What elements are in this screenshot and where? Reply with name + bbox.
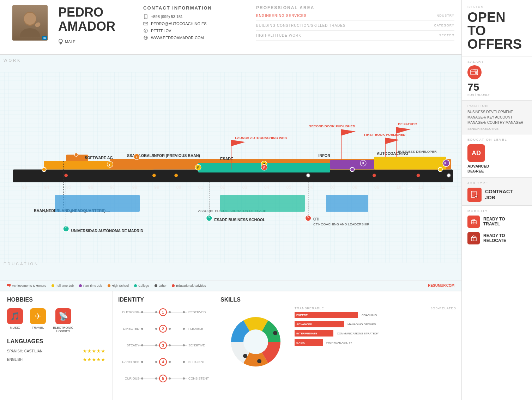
skills-chart [220,307,291,388]
sector-row: HIGH-ALTITUDE WORK SECTOR [256,34,454,41]
status-label: STATUS [467,5,527,9]
legend-parttime: Part-time Job [79,284,102,287]
skill-bar-advanced: ADVANCED [295,321,344,327]
legend-bar: Achievements & Honors Full-time Job Part… [0,280,461,291]
category-type: CATEGORY [434,24,454,28]
svg-text:95: 95 [66,184,71,190]
svg-point-66 [307,174,310,177]
education-level-label: EDUCATION LEVEL [467,138,527,141]
fulltime-dot [52,284,54,287]
identity-num-1: 1 [159,308,167,316]
sidebar-status: STATUS OPEN TO OFFERS [462,0,532,56]
skill-intermediate-container: INTERMEDIATE COMMUNICATIONS STRATEGY [295,330,456,337]
trait-steady: STEADY 3 SENSITIVE [118,341,210,349]
line-4b [167,362,187,362]
mobility-relocate: READY TO RELOCATE [467,232,527,244]
svg-point-2 [24,13,36,25]
parttime-dot [79,284,82,287]
svg-point-40 [42,168,46,172]
svg-text:05: 05 [286,184,291,190]
svg-text:02: 02 [220,184,225,190]
svg-text:CTI- COACHING AND LEADERSHIP: CTI- COACHING AND LEADERSHIP [313,222,369,226]
skills-bars: TRANSFERABLE JOB-RELATED EXPERT COACHING [295,307,456,388]
sidebar-jobtype: JOB TYPE CONTRACT JOB [462,178,532,206]
industry-type: INDUSTRY [435,14,454,18]
svg-text:96: 96 [88,184,93,190]
trait-right-2: FLEXIBLE [188,327,210,331]
svg-text:C: C [65,226,67,229]
svg-point-65 [174,174,178,177]
industry-label: ENGINEERING SERVICES [256,14,307,18]
skill-basic-container: BASIC HIGH AVAILABILITY [295,339,456,346]
svg-rect-8 [145,18,146,18]
person-name: PEDRO AMADOR [58,5,129,33]
sidebar-salary: SALARY FROM 75 EUR / HOURLY [462,56,532,101]
svg-text:BE FATHER: BE FATHER [398,122,417,126]
identity-num-3: 3 [159,341,167,349]
gender-label: MALE [65,40,75,44]
svg-rect-109 [326,195,368,212]
college-dot [134,284,137,287]
line-4 [139,362,159,362]
trait-carefree: CAREFREE 4 EFFICIENT [118,358,210,366]
contact-title: CONTACT INFORMATION [143,5,242,11]
skills-section: SKILLS [215,291,461,400]
svg-rect-108 [220,195,305,212]
travel-icon: ✈ [30,308,46,324]
skill-expert-container: EXPERT COACHING [295,312,456,318]
dot-1d [183,311,185,313]
svg-rect-116 [475,72,477,74]
english-label: ENGLISH [7,358,23,362]
header: in PEDRO AMADOR MALE CONTACT INFORMATION [0,0,461,55]
english-stars: ★★★★★ [83,357,105,362]
line-1b [167,312,187,313]
education-label: EDUCATION [4,262,39,266]
skills-donut-svg [220,307,291,377]
trait-left-1: OUTGOING [118,310,139,314]
trait-right-5: CONSISTENT [188,377,210,380]
music-label: MUSIC [10,326,20,329]
svg-text:99: 99 [154,184,159,190]
svg-text:03: 03 [242,184,247,190]
svg-point-58 [438,168,442,172]
trait-right-4: EFFICIENT [188,360,210,364]
skill-bar-basic: BASIC [295,339,323,346]
timeline-svg: 93 94 95 96 97 98 99 00 01 02 03 04 05 0… [0,55,461,280]
position-label: POSitioN [467,104,527,108]
gender-icon [58,38,63,45]
identity-section: IDENTITY OUTGOING 1 RESERVED [113,291,215,400]
svg-point-113 [257,359,261,363]
sector-type: SECTOR [439,34,454,37]
electronic-icon: 📡 [55,308,71,324]
mobility-label: MOBILITY [467,209,527,213]
svg-point-55 [350,168,354,172]
svg-rect-56 [374,157,446,170]
travel-value: READY TO TRAVEL [483,217,505,227]
website-icon [143,35,148,40]
svg-text:08: 08 [352,184,357,190]
line-5 [139,378,159,379]
other-dot [155,284,157,287]
skill-advanced-container: ADVANCED MANAGING GROUPS [295,321,456,327]
skill-bar-intermediate: INTERMEDIATE [295,330,333,337]
avatar-section: in [7,5,53,49]
sector-label: HIGH-ALTITUDE WORK [256,34,301,37]
senior-label: SENIOR EXECUTIVE [467,127,527,131]
hobby-travel: ✈ TRAVEL [30,308,46,333]
svg-text:04: 04 [264,184,270,190]
trait-right-3: SENSITIVE [188,344,210,347]
svg-text:01: 01 [198,184,204,190]
gender-row: MALE [58,38,129,45]
education-badge: AD [467,144,485,162]
sidebar-position: POSitioN BUSINESS DEVELOPMENT MANAGER/ K… [462,101,532,134]
languages-section: LANGUAGES SPANISH; CASTILIAN ★★★★★ ENGLI… [7,338,105,362]
line-5b [167,378,187,379]
hobbies-section: HOBBIES 🎵 MUSIC ✈ TRAVEL 📡 ELECTRONICHOB… [0,291,113,400]
hobbies-title: HOBBIES [7,297,105,303]
svg-text:INFOR: INFOR [402,186,413,189]
highschool-dot [108,284,110,287]
sidebar-mobility: MOBILITY READY TO TRAVEL [462,206,532,400]
professional-title: PROFESSIONAL AREA [256,5,454,10]
line-3b [167,345,187,346]
skills-title: SKILLS [220,297,456,303]
